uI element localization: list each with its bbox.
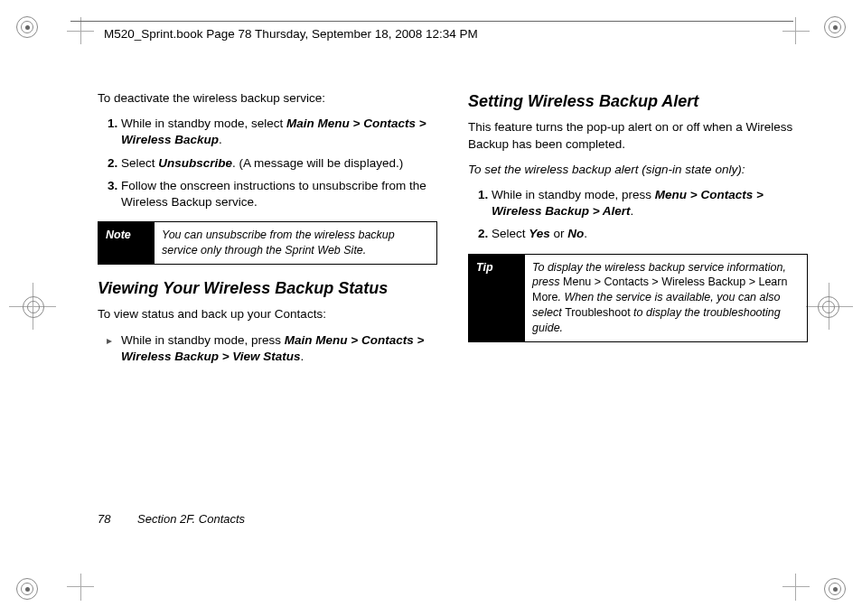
viewing-status-step: ▸ While in standby mode, press Main Menu… bbox=[107, 332, 437, 365]
right-column: Setting Wireless Backup Alert This featu… bbox=[468, 90, 808, 535]
step-text: . (A message will be displayed.) bbox=[232, 156, 403, 170]
crop-mark-top-right bbox=[824, 16, 846, 38]
crop-mark-top-left bbox=[16, 16, 38, 38]
note-callout: Note You can unsubscribe from the wirele… bbox=[98, 221, 437, 265]
left-column: To deactivate the wireless backup servic… bbox=[98, 90, 437, 535]
section-label: Section 2F. Contacts bbox=[137, 512, 245, 526]
option-label: Troubleshoot bbox=[565, 306, 631, 319]
alert-step-2: Select Yes or No. bbox=[492, 226, 808, 242]
deactivate-step-3: Follow the onscreen instructions to unsu… bbox=[121, 178, 437, 210]
bullet-arrow-icon: ▸ bbox=[107, 332, 112, 365]
alert-subhead: To set the wireless backup alert (sign-i… bbox=[468, 162, 808, 178]
option-label: Yes bbox=[529, 227, 550, 240]
alert-steps: While in standby mode, press Menu > Cont… bbox=[468, 187, 808, 243]
header-rule bbox=[70, 21, 793, 22]
step-text: While in standby mode, press bbox=[492, 188, 655, 201]
note-tag: Note bbox=[98, 222, 155, 264]
step-text: While in standby mode, press bbox=[121, 333, 285, 347]
option-label: No bbox=[567, 227, 584, 240]
page-number: 78 bbox=[98, 512, 110, 526]
running-header: M520_Sprint.book Page 78 Thursday, Septe… bbox=[104, 27, 478, 41]
note-body: You can unsubscribe from the wireless ba… bbox=[155, 222, 436, 264]
alert-heading: Setting Wireless Backup Alert bbox=[468, 90, 808, 112]
step-text: Select bbox=[121, 156, 158, 170]
alert-intro: This feature turns the pop-up alert on o… bbox=[468, 119, 808, 152]
viewing-status-intro: To view status and back up your Contacts… bbox=[98, 306, 437, 322]
tip-body: To display the wireless backup service i… bbox=[525, 255, 807, 341]
step-text: While in standby mode, press Main Menu >… bbox=[121, 332, 437, 365]
content-area: To deactivate the wireless backup servic… bbox=[98, 90, 808, 535]
step-text: . bbox=[301, 350, 305, 363]
tip-callout: Tip To display the wireless backup servi… bbox=[468, 254, 808, 342]
crop-mark-bottom-right bbox=[824, 578, 846, 600]
deactivate-intro: To deactivate the wireless backup servic… bbox=[98, 90, 437, 107]
deactivate-step-2: Select Unsubscribe. (A message will be d… bbox=[121, 155, 437, 172]
step-text: . bbox=[631, 204, 634, 218]
deactivate-steps: While in standby mode, select Main Menu … bbox=[98, 116, 437, 210]
step-text: . bbox=[219, 133, 222, 146]
option-label: Unsubscribe bbox=[158, 156, 232, 170]
alert-step-1: While in standby mode, press Menu > Cont… bbox=[492, 187, 808, 219]
step-text: or bbox=[550, 227, 568, 240]
step-text: While in standby mode, select bbox=[121, 117, 286, 130]
step-text: . bbox=[584, 227, 587, 240]
step-text: Select bbox=[492, 227, 529, 240]
viewing-status-heading: Viewing Your Wireless Backup Status bbox=[98, 277, 437, 299]
deactivate-step-1: While in standby mode, select Main Menu … bbox=[121, 116, 437, 148]
crop-mark-bottom-left bbox=[16, 578, 38, 600]
tip-tag: Tip bbox=[469, 255, 525, 341]
page-footer: 78 Section 2F. Contacts bbox=[98, 512, 245, 526]
